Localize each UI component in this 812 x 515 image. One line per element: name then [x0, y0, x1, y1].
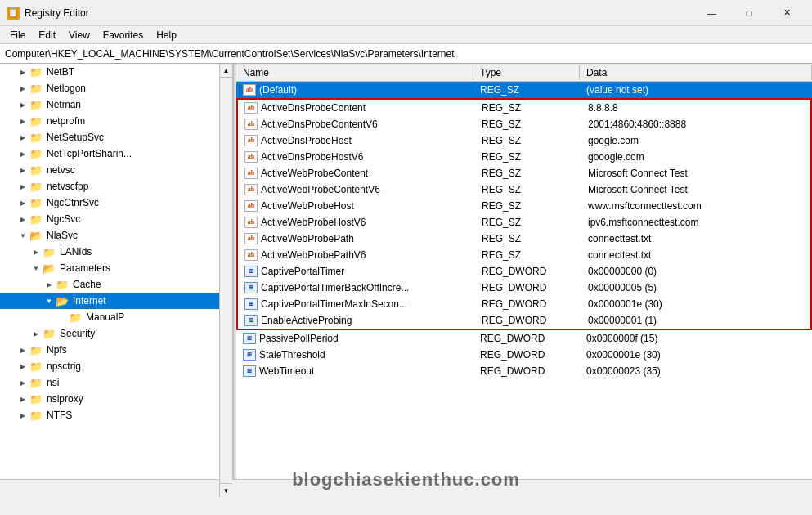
tree-item-lanids[interactable]: ▶ 📁 LANIds [0, 244, 232, 260]
reg-type-icon-dword: ⊞ [244, 266, 258, 277]
expand-icon: ▼ [43, 298, 56, 305]
folder-icon: 📁 [29, 115, 44, 128]
registry-row-default[interactable]: ab (Default) REG_SZ (value not set) [236, 82, 812, 98]
minimize-button[interactable]: — [693, 0, 730, 26]
tree-scroll-down[interactable]: ▼ [220, 483, 233, 497]
tree-item-internet[interactable]: ▼ 📂 Internet [0, 293, 232, 309]
tree-item-cache[interactable]: ▶ 📁 Cache [0, 276, 232, 293]
reg-type-icon-dword: ⊞ [244, 315, 258, 326]
col-header-data: Data [580, 65, 812, 80]
tree-item-npfs[interactable]: ▶ 📁 Npfs [0, 342, 232, 358]
expand-icon: ▶ [16, 396, 29, 403]
registry-row-7[interactable]: ab ActiveWebProbeHost REG_SZ www.msftcon… [238, 198, 810, 214]
registry-row-4[interactable]: ab ActiveDnsProbeHostV6 REG_SZ gooogle.c… [238, 149, 810, 165]
reg-data: 0x00000005 (5) [581, 282, 810, 293]
reg-type: REG_DWORD [473, 365, 580, 377]
registry-row-1[interactable]: ab ActiveDnsProbeContent REG_SZ 8.8.8.8 [238, 100, 810, 116]
tree-label: nsi [47, 377, 59, 388]
folder-icon: 📁 [29, 66, 44, 78]
folder-icon: 📁 [29, 164, 44, 177]
tree-label: netvscfpp [47, 181, 88, 192]
registry-row-14[interactable]: ⊞ EnableActiveProbing REG_DWORD 0x000000… [238, 312, 810, 329]
expand-icon: ▶ [16, 412, 29, 419]
address-bar: Computer\HKEY_LOCAL_MACHINE\SYSTEM\Curre… [0, 44, 812, 64]
reg-type: REG_SZ [475, 217, 581, 228]
tree-item-nsi[interactable]: ▶ 📁 nsi [0, 374, 232, 391]
close-button[interactable]: ✕ [768, 0, 805, 26]
reg-name: StaleThreshold [259, 349, 325, 360]
registry-row-2[interactable]: ab ActiveDnsProbeContentV6 REG_SZ 2001:4… [238, 116, 810, 132]
registry-row-15[interactable]: ⊞ PassivePollPeriod REG_DWORD 0x0000000f… [236, 330, 812, 347]
reg-type-icon-ab: ab [244, 200, 258, 212]
tree-item-ngcctnrsvc[interactable]: ▶ 📁 NgcCtnrSvc [0, 195, 232, 211]
tree-label: Parameters [60, 262, 110, 274]
tree-item-nsiproxy[interactable]: ▶ 📁 nsiproxy [0, 391, 232, 407]
registry-row-6[interactable]: ab ActiveWebProbeContentV6 REG_SZ Micros… [238, 181, 810, 198]
registry-row-13[interactable]: ⊞ CaptivePortalTimerMaxInSecon... REG_DW… [238, 296, 810, 312]
folder-icon: 📁 [29, 197, 44, 209]
tree-item-nlasvc[interactable]: ▼ 📂 NlaSvc [0, 227, 232, 244]
reg-type: REG_DWORD [475, 266, 581, 277]
reg-name: ActiveWebProbeHost [261, 200, 354, 212]
reg-data: 0x00000000 (0) [581, 266, 810, 277]
registry-row-10[interactable]: ab ActiveWebProbePathV6 REG_SZ connectte… [238, 247, 810, 263]
folder-icon: 📁 [29, 213, 44, 226]
menu-favorites[interactable]: Favorites [96, 28, 150, 43]
registry-row-3[interactable]: ab ActiveDnsProbeHost REG_SZ google.com [238, 132, 810, 149]
registry-row-11[interactable]: ⊞ CaptivePortalTimer REG_DWORD 0x0000000… [238, 263, 810, 280]
reg-type: REG_SZ [475, 249, 581, 261]
tree-item-nettcpportsharing[interactable]: ▶ 📁 NetTcpPortSharin... [0, 146, 232, 162]
title-bar-left: Registry Editor [7, 7, 89, 20]
registry-row-17[interactable]: ⊞ WebTimeout REG_DWORD 0x00000023 (35) [236, 363, 812, 379]
reg-data: 8.8.8.8 [581, 102, 810, 114]
maximize-button[interactable]: □ [730, 0, 768, 26]
tree-label: npsctrig [47, 360, 81, 372]
reg-data: Microsoft Connect Test [581, 184, 810, 195]
registry-row-8[interactable]: ab ActiveWebProbeHostV6 REG_SZ ipv6.msft… [238, 214, 810, 231]
menu-edit[interactable]: Edit [32, 28, 62, 43]
tree-item-npsctrig[interactable]: ▶ 📁 npsctrig [0, 358, 232, 374]
reg-type: REG_DWORD [473, 333, 580, 344]
tree-item-parameters[interactable]: ▼ 📂 Parameters [0, 260, 232, 276]
reg-name: ActiveWebProbeContentV6 [261, 184, 380, 195]
reg-data: 0x00000023 (35) [580, 365, 812, 377]
reg-type-icon-ab: ab [244, 102, 258, 114]
folder-icon: 📁 [29, 393, 44, 405]
reg-type-icon-dword: ⊞ [244, 282, 258, 293]
expand-icon: ▶ [16, 363, 29, 370]
tree-label: netprofm [47, 115, 85, 127]
registry-row-16[interactable]: ⊞ StaleThreshold REG_DWORD 0x0000001e (3… [236, 347, 812, 363]
reg-type-icon-dword: ⊞ [243, 333, 256, 344]
tree-item-netsetupsvc[interactable]: ▶ 📁 NetSetupSvc [0, 129, 232, 146]
reg-type-icon-ab: ab [244, 135, 258, 146]
tree-item-netman[interactable]: ▶ 📁 Netman [0, 96, 232, 113]
menu-file[interactable]: File [3, 28, 32, 43]
tree-item-ngcsvc[interactable]: ▶ 📁 NgcSvc [0, 211, 232, 227]
reg-type-icon-ab: ab [243, 84, 256, 96]
tree-item-security[interactable]: ▶ 📁 Security [0, 325, 232, 342]
expand-icon: ▶ [16, 167, 29, 174]
tree-item-netprofm[interactable]: ▶ 📁 netprofm [0, 113, 232, 129]
registry-row-5[interactable]: ab ActiveWebProbeContent REG_SZ Microsof… [238, 165, 810, 181]
tree-item-netlogon[interactable]: ▶ 📁 Netlogon [0, 80, 232, 96]
tree-label: Netman [47, 99, 81, 110]
registry-row-9[interactable]: ab ActiveWebProbePath REG_SZ connecttest… [238, 231, 810, 247]
reg-data: 0x0000001e (30) [581, 298, 810, 310]
tree-scroll-up[interactable]: ▲ [220, 64, 233, 78]
tree-item-netbt[interactable]: ▶ 📁 NetBT [0, 64, 232, 80]
tree-item-netvsc[interactable]: ▶ 📁 netvsc [0, 162, 232, 178]
tree-item-netvscfpp[interactable]: ▶ 📁 netvscfpp [0, 178, 232, 195]
reg-type: REG_DWORD [475, 315, 581, 326]
tree-item-manualp[interactable]: 📁 ManualP [0, 309, 232, 325]
reg-type-icon-dword: ⊞ [243, 365, 256, 377]
tree-item-ntfs[interactable]: ▶ 📁 NTFS [0, 407, 232, 423]
expand-icon: ▶ [16, 347, 29, 354]
tree-label: NgcCtnrSvc [47, 197, 99, 208]
reg-type-icon-ab: ab [244, 217, 258, 228]
registry-pane: Name Type Data ab (Default) REG_SZ (valu… [236, 64, 812, 497]
reg-type-icon-dword: ⊞ [244, 298, 258, 310]
menu-help[interactable]: Help [150, 28, 183, 43]
col-header-type: Type [473, 65, 580, 80]
registry-row-12[interactable]: ⊞ CaptivePortalTimerBackOffIncre... REG_… [238, 280, 810, 296]
menu-view[interactable]: View [62, 28, 96, 43]
